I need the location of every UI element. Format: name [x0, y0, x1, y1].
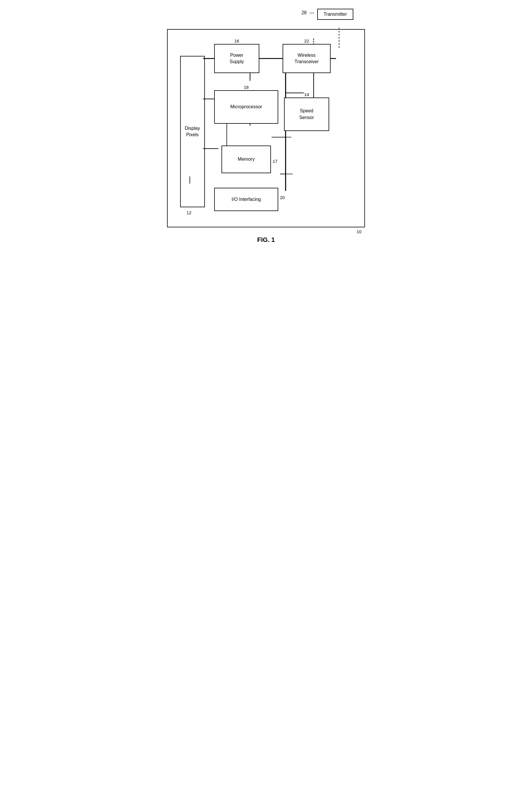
- io-box: I/O Interfacing: [214, 188, 278, 211]
- right-area: 16 Power Supply 22 Wireless Transceiver: [214, 38, 356, 215]
- power-supply-label: 16: [234, 38, 239, 43]
- wireless-label: 22: [304, 38, 309, 43]
- page-container: 28 — Transmitter: [167, 6, 365, 244]
- diagram-wrapper: Display Pixels 12 16 Power Supply: [176, 38, 356, 215]
- micro-label: 18: [244, 85, 249, 90]
- io-label: 20: [280, 195, 285, 200]
- enclosure-label: 10: [356, 229, 361, 234]
- microprocessor-box: Microprocessor: [214, 90, 278, 124]
- display-pixels-label: 12: [186, 210, 192, 215]
- fig-label: FIG. 1: [167, 236, 365, 244]
- display-pixels-col: Display Pixels 12: [176, 38, 209, 215]
- transmitter-area: 28 — Transmitter: [167, 6, 365, 29]
- wireless-transceiver-box: Wireless Transceiver: [282, 44, 331, 73]
- power-supply-box: Power Supply: [214, 44, 259, 73]
- transmitter-group: 28 — Transmitter: [301, 6, 353, 29]
- memory-label: 17: [273, 159, 278, 163]
- memory-box: Memory: [221, 145, 271, 173]
- display-pixels-box: Display Pixels: [180, 56, 205, 207]
- main-enclosure: Display Pixels 12 16 Power Supply: [167, 29, 365, 228]
- speed-label: 14: [304, 92, 309, 97]
- transmitter-number: 28: [301, 10, 307, 16]
- transmitter-arrow: —: [310, 10, 314, 16]
- speed-sensor-box: Speed Sensor: [284, 98, 329, 131]
- inner-layout: Display Pixels 12 16 Power Supply: [176, 38, 356, 215]
- transmitter-box: Transmitter: [317, 9, 353, 20]
